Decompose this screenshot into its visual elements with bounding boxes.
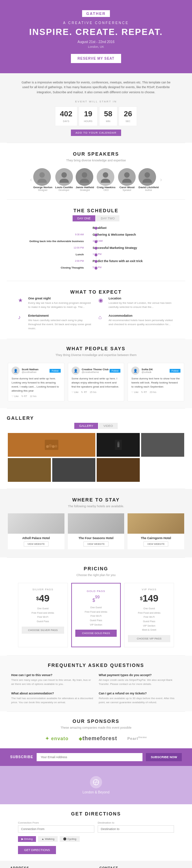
sponsor-envato: ✦ envato — [45, 736, 69, 741]
speaker-item: David Litchfield Author — [138, 168, 159, 191]
gallery-image-6[interactable] — [97, 458, 140, 482]
follow-button[interactable]: Follow — [50, 369, 60, 373]
schedule-section: THE SCHEDULE DAY ONE DAY TWO Breakfast 9… — [0, 200, 192, 281]
svg-point-3 — [103, 172, 108, 178]
countdown-minutes: 58 min — [99, 106, 117, 126]
schedule-title: THE SCHEDULE — [7, 208, 185, 213]
testimonials-section: WHAT PEOPLE SAYS They Bring Diverse Know… — [0, 339, 192, 408]
schedule-tab-day1[interactable]: DAY ONE — [73, 215, 96, 221]
schedule-tab-day2[interactable]: DAY TWO — [96, 215, 119, 221]
to-label: Destination to — [98, 821, 174, 824]
gallery-image-2[interactable] — [97, 433, 140, 457]
envato-icon: ✦ — [45, 736, 50, 741]
hotel-website-button[interactable]: VIEW WEBSITE — [83, 541, 108, 547]
speakers-prev-arrow[interactable]: ‹ — [29, 177, 33, 183]
gallery-tabs: GALLERY VIDEO — [7, 423, 185, 429]
transport-driving[interactable]: ▶ Driving — [18, 836, 36, 842]
hotel-image — [128, 513, 184, 534]
subscribe-button[interactable]: SUBSCRIBE NOW — [146, 753, 182, 761]
svg-point-14 — [93, 780, 99, 785]
home-icon: ⌂ — [98, 314, 106, 322]
schedule-timeline: Breakfast 9:30 AM Gathering & Welcome Sp… — [28, 226, 164, 269]
countdown-days: 402 days — [55, 106, 78, 126]
hero-location: London, UK — [7, 45, 185, 48]
speaker-avatar — [33, 168, 51, 186]
speaker-icon — [115, 440, 122, 450]
sponsors-section: OUR SPONSORS These amazing companies mad… — [0, 712, 192, 748]
transport-walking[interactable]: ▲ Walking — [38, 836, 58, 842]
hotel-card: Atholl Palace Hotel VIEW WEBSITE — [8, 513, 64, 549]
svg-point-10 — [55, 445, 57, 448]
svg-point-0 — [39, 172, 45, 178]
testimonial-card: 👤 Scott Nathan @scottnathan Follow Some … — [8, 363, 64, 401]
map-icon — [90, 776, 102, 788]
from-input[interactable] — [18, 825, 94, 833]
get-directions-button[interactable]: GET DIRECTIONS — [18, 846, 56, 854]
speaker-item: Jamie Hatfield Strategist — [76, 168, 94, 191]
reserve-seat-button[interactable]: RESERVE MY SEAT — [71, 54, 121, 63]
svg-point-7 — [46, 445, 49, 448]
intro-section: Gather is a impressive website template … — [0, 73, 192, 143]
intro-text: Gather is a impressive website template … — [21, 80, 171, 95]
faq-grid: How can I get to this venue? There are m… — [11, 673, 181, 705]
hotel-card: The Four Seasons Hotel VIEW WEBSITE — [68, 513, 124, 549]
speaker-item: Craig Hawkins CEO — [97, 168, 115, 191]
pricing-choose-button[interactable]: CHOOSE GOLD PASS — [75, 630, 117, 637]
stay-title: Where to stay — [7, 497, 185, 502]
transport-options: ▶ Driving ▲ Walking ⚫ Cycling — [18, 836, 174, 842]
pricing-card: SILVER PASS $49 One GuestFree Food and d… — [18, 583, 68, 647]
audience-icon — [45, 440, 58, 450]
sponsor-pearl: Pearltheme — [128, 736, 147, 741]
faq-section: Frequently Asked Questions How can I get… — [0, 656, 192, 711]
follow-button[interactable]: Follow — [110, 369, 120, 373]
themeforest-icon: ◆ — [79, 736, 82, 741]
hotel-image — [68, 513, 124, 534]
to-input[interactable] — [98, 825, 174, 833]
gallery-grid — [8, 433, 184, 482]
gallery-image-5[interactable] — [52, 458, 95, 482]
hotel-website-button[interactable]: VIEW WEBSITE — [143, 541, 168, 547]
faq-item: What payment types do you accept? All ma… — [99, 673, 181, 686]
speakers-section: OUR SPEAKERS They bring diverse knowledg… — [0, 143, 192, 199]
pricing-choose-button[interactable]: CHOOSE SILVER PASS — [22, 627, 64, 634]
testimonial-avatar: 👤 — [12, 367, 20, 375]
speaker-item: Carol Wood Speaker — [118, 168, 136, 191]
expect-item-night: ★ One great night Every day we have a fu… — [18, 297, 94, 309]
location-icon: ◉ — [98, 297, 106, 304]
svg-point-1 — [61, 172, 67, 178]
transport-cycling[interactable]: ⚫ Cycling — [60, 836, 79, 842]
gallery-image-1[interactable] — [8, 433, 95, 457]
gallery-image-3[interactable] — [141, 433, 184, 457]
speakers-next-arrow[interactable]: › — [159, 177, 163, 183]
testimonials-title: WHAT PEOPLE SAYS — [7, 346, 185, 351]
hotel-website-button[interactable]: VIEW WEBSITE — [24, 541, 49, 547]
gallery-tab-photos[interactable]: GALLERY — [74, 423, 98, 429]
schedule-event-closing: Closing Thoughts 5:00 PM — [28, 266, 164, 269]
testimonial-card: 👤 Creative Theme Club @creativetheme Fol… — [68, 363, 124, 401]
expect-item-entertainment: ♪ Entertainment We have carefully select… — [18, 314, 94, 331]
subscribe-label: SUBSCRIBE — [10, 755, 33, 759]
map-text: London & Beyond — [82, 790, 110, 794]
svg-point-9 — [52, 445, 55, 448]
expect-item-location: ◉ Location Located by the heart of Londo… — [98, 297, 174, 309]
stay-section: Where to stay The following nearby hotel… — [0, 489, 192, 557]
gallery-tab-video[interactable]: VIDEO — [99, 423, 118, 429]
countdown: 402 days 19 hours 58 min 26 sec — [10, 106, 182, 126]
schedule-event-marketing: 12:00 PM Successful Marketing Strategy — [28, 246, 164, 250]
directions-title: GET DIRECTIONS — [10, 811, 182, 816]
hotel-image — [8, 513, 64, 534]
directions-form-row: Connection From Destination to — [18, 821, 174, 833]
speaker-avatar — [76, 168, 93, 186]
pricing-title: PRICING — [7, 566, 185, 571]
speaker-avatar — [55, 168, 73, 186]
faq-item: How can I get to this venue? There are m… — [11, 673, 93, 686]
sponsors-title: OUR SPONSORS — [7, 718, 185, 724]
pricing-choose-button[interactable]: CHOOSE VIP PASS — [128, 635, 170, 642]
stay-subtitle: The following nearby hotels are availabl… — [37, 505, 155, 508]
from-label: Connection From — [18, 821, 94, 824]
gallery-image-4[interactable] — [8, 458, 51, 482]
add-to-calendar-button[interactable]: ADD TO YOUR CALENDAR — [71, 130, 121, 136]
subscribe-email-input[interactable] — [37, 753, 143, 761]
follow-button[interactable]: Follow — [170, 369, 180, 373]
countdown-seconds: 26 sec — [119, 106, 137, 126]
